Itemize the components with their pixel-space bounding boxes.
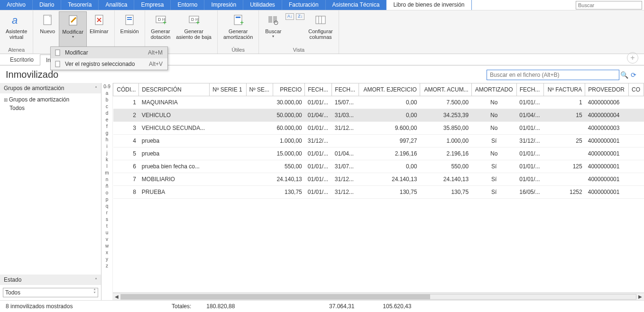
- table-row[interactable]: 5prueba15.000,0001/01/...01/04...2.196,1…: [113, 147, 644, 160]
- alpha-r[interactable]: r: [106, 210, 108, 217]
- alpha-s[interactable]: s: [106, 217, 108, 223]
- col-header[interactable]: DESCRIPCIÓN: [139, 83, 210, 96]
- col-header[interactable]: Nº FACTURA: [543, 83, 585, 96]
- alpha-e[interactable]: e: [106, 117, 109, 124]
- menu-libro-de-bienes-de-inversión[interactable]: Libro de bienes de inversión: [386, 0, 471, 10]
- col-header[interactable]: PRECIO: [273, 83, 305, 96]
- global-search-input[interactable]: [576, 1, 642, 9]
- sidebar-section-grupos[interactable]: Grupos de amortización ˄: [0, 83, 101, 93]
- alpha-b[interactable]: b: [106, 97, 109, 104]
- sidebar-section-label: Grupos de amortización: [4, 85, 64, 92]
- alpha-ñ[interactable]: ñ: [106, 184, 109, 190]
- alpha-i[interactable]: i: [106, 144, 107, 150]
- table-row[interactable]: 4prueba1.000,0031/12/...997,271.000,00Sí…: [113, 135, 644, 147]
- tab-escritorio[interactable]: Escritorio: [4, 54, 40, 65]
- estado-select[interactable]: Todos ˄˅: [3, 288, 98, 297]
- table-wrap: CÓDI...DESCRIPCIÓNNº SERIE 1Nº SE...PREC…: [113, 83, 644, 300]
- table-row[interactable]: 8PRUEBA130,7501/01/...31/12...130,75130,…: [113, 186, 644, 199]
- col-header[interactable]: Nº SE...: [246, 83, 273, 96]
- menu-utilidades[interactable]: Utilidades: [243, 0, 282, 10]
- menu-facturación[interactable]: Facturación: [282, 0, 326, 10]
- sort-desc-button[interactable]: Z↓: [296, 13, 304, 20]
- chevron-down-icon: ▾: [72, 35, 74, 39]
- tree-item-todos[interactable]: Todos: [4, 104, 97, 112]
- generar-amortizacion-button[interactable]: +Generaramortización: [221, 11, 256, 46]
- col-header[interactable]: FECH...: [332, 83, 359, 96]
- asistente-virtual-button[interactable]: aAsistentevirtual: [3, 11, 30, 46]
- alpha-c[interactable]: c: [106, 104, 108, 110]
- record-count: 8 inmovilizados mostrados: [6, 303, 157, 310]
- menu-archivo[interactable]: Archivo: [0, 0, 33, 10]
- menu-tesorería[interactable]: Tesorería: [61, 0, 99, 10]
- menu-impresión[interactable]: Impresión: [204, 0, 243, 10]
- total-amort-acum: 105.620,43: [373, 303, 411, 310]
- svg-rect-14: [236, 17, 240, 18]
- buscar-button[interactable]: Buscar▾: [262, 11, 285, 46]
- table-row[interactable]: 6prueba bien fecha co...550,0001/01/...3…: [113, 160, 644, 173]
- alpha-a[interactable]: a: [106, 91, 109, 97]
- alpha-q[interactable]: q: [106, 203, 109, 210]
- col-header[interactable]: CO: [629, 83, 644, 96]
- table-row[interactable]: 7MOBILIARIO24.140,1301/01/...31/12...24.…: [113, 173, 644, 186]
- alpha-n[interactable]: n: [106, 177, 109, 184]
- menu-diario[interactable]: Diario: [33, 0, 61, 10]
- scroll-right-arrow[interactable]: ▶: [636, 294, 644, 299]
- alpha-p[interactable]: p: [106, 197, 109, 203]
- table-row[interactable]: 3VEHICULO SECUNDA...60.000,0001/01/...31…: [113, 122, 644, 135]
- alpha-f[interactable]: f: [106, 124, 108, 130]
- alpha-h[interactable]: h: [106, 137, 109, 144]
- menu-entorno[interactable]: Entorno: [171, 0, 204, 10]
- add-tab-button[interactable]: +: [627, 52, 638, 64]
- menu-empresa[interactable]: Empresa: [134, 0, 171, 10]
- sort-asc-button[interactable]: A↓: [285, 13, 294, 20]
- configurar-columnas-button[interactable]: Configurarcolumnas: [305, 11, 335, 46]
- buscar-icon: [266, 12, 281, 28]
- alpha-z[interactable]: z: [106, 263, 108, 270]
- col-header[interactable]: PROVEEDOR: [585, 83, 629, 96]
- alpha-g[interactable]: g: [106, 130, 109, 137]
- search-icon[interactable]: 🔍: [619, 71, 629, 79]
- table-row[interactable]: 1MAQUINARIA30.000,0001/01/...15/07...0,0…: [113, 96, 644, 109]
- dropdown-item-ver-el-registro-seleccionado[interactable]: Ver el registro seleccionadoAlt+V: [51, 58, 167, 70]
- alpha-u[interactable]: u: [106, 230, 109, 237]
- col-header[interactable]: CÓDI...: [113, 83, 139, 96]
- col-header[interactable]: Nº SERIE 1: [210, 83, 246, 96]
- alpha-k[interactable]: k: [106, 157, 108, 164]
- alpha-v[interactable]: v: [106, 237, 108, 243]
- alpha-d[interactable]: d: [106, 110, 109, 117]
- page-title: Inmovilizado: [6, 69, 487, 80]
- alpha-x[interactable]: x: [106, 250, 108, 257]
- scroll-left-arrow[interactable]: ◀: [113, 294, 120, 299]
- scroll-track[interactable]: [120, 294, 636, 300]
- document-icon: [54, 49, 62, 56]
- chevron-up-icon: ˄: [95, 86, 97, 91]
- alpha-t[interactable]: t: [106, 223, 108, 230]
- alpha-0-9[interactable]: 0-9: [103, 84, 110, 91]
- menu-asistencia-técnica[interactable]: Asistencia Técnica: [326, 0, 387, 10]
- alpha-j[interactable]: j: [106, 150, 107, 157]
- alpha-o[interactable]: o: [106, 190, 109, 197]
- alpha-y[interactable]: y: [106, 257, 108, 263]
- generar-asiento-baja-button[interactable]: D H+Generarasiento de baja: [173, 11, 214, 52]
- alpha-w[interactable]: w: [105, 243, 109, 250]
- file-search-input[interactable]: [487, 70, 619, 80]
- alpha-l[interactable]: l: [106, 164, 107, 170]
- dropdown-item-modificar[interactable]: ModificarAlt+M: [51, 47, 167, 58]
- col-header[interactable]: AMORT. EJERCICIO: [359, 83, 420, 96]
- table-row[interactable]: 2VEHICULO50.000,0001/04/...31/03...0,003…: [113, 109, 644, 122]
- sidebar-section-estado[interactable]: Estado ˄: [0, 275, 101, 285]
- refresh-icon[interactable]: ⟳: [629, 71, 638, 79]
- alpha-m[interactable]: m: [105, 170, 109, 177]
- menu-analítica[interactable]: Analítica: [99, 0, 134, 10]
- col-header[interactable]: AMORT. ACUM...: [420, 83, 471, 96]
- svg-text:+: +: [163, 18, 166, 26]
- totals-label: Totales:: [172, 303, 191, 310]
- tree-root-grupos[interactable]: Grupos de amortización: [4, 95, 97, 104]
- scroll-thumb[interactable]: [121, 294, 430, 299]
- col-header[interactable]: AMORTIZADO: [471, 83, 516, 96]
- horizontal-scrollbar[interactable]: ◀ ▶: [113, 293, 644, 300]
- col-header[interactable]: FECH...: [305, 83, 332, 96]
- col-header[interactable]: FECH...: [516, 83, 543, 96]
- sidebar: Grupos de amortización ˄ Grupos de amort…: [0, 83, 101, 300]
- sidebar-section-label: Estado: [4, 276, 21, 283]
